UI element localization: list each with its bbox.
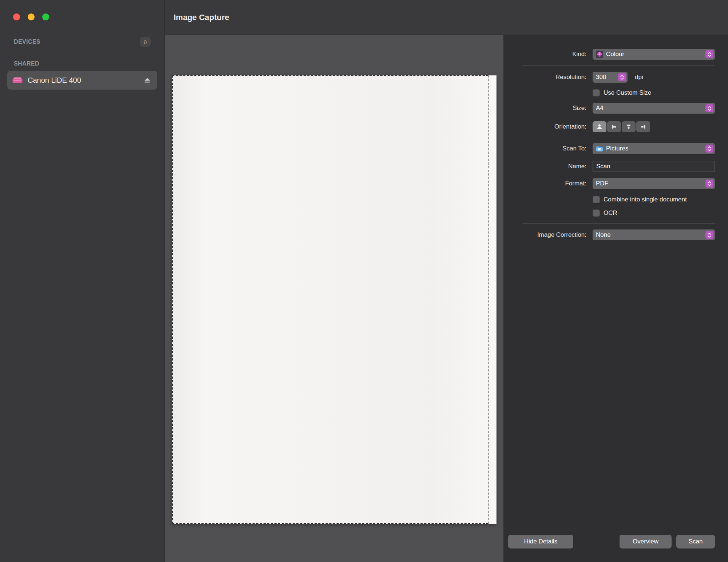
resolution-row: Resolution: 300 dpi xyxy=(503,72,715,83)
scan-to-label: Scan To: xyxy=(503,145,586,152)
combine-label: Combine into single document xyxy=(604,196,687,203)
minimize-button[interactable] xyxy=(28,13,35,20)
popup-stepper-icon xyxy=(705,231,713,239)
ocr-label: OCR xyxy=(604,209,617,217)
popup-stepper-icon xyxy=(705,180,713,188)
orientation-portrait-button[interactable] xyxy=(593,121,606,132)
image-correction-row: Image Correction: None xyxy=(503,229,715,240)
scan-preview-area xyxy=(165,35,503,562)
kind-select[interactable]: Colour xyxy=(593,49,715,60)
kind-row: Kind: Colour xyxy=(503,49,715,60)
eject-icon[interactable] xyxy=(144,77,151,83)
orientation-rotate-left-button[interactable] xyxy=(636,121,650,132)
shared-header-label: SHARED xyxy=(14,60,39,67)
orientation-segmented-control xyxy=(593,121,650,132)
sidebar-item-canon-lide-400[interactable]: Canon LiDE 400 xyxy=(7,71,157,90)
size-row: Size: A4 xyxy=(503,103,715,114)
orientation-label: Orientation: xyxy=(503,123,586,130)
hide-details-button[interactable]: Hide Details xyxy=(508,535,573,549)
device-name: Canon LiDE 400 xyxy=(28,76,81,85)
stepper-icon xyxy=(618,73,626,81)
divider xyxy=(522,248,715,248)
orientation-rotate-right-button[interactable] xyxy=(607,121,621,132)
hide-details-button-label: Hide Details xyxy=(524,538,558,545)
pictures-folder-icon xyxy=(596,146,603,152)
divider xyxy=(522,138,715,138)
image-correction-select[interactable]: None xyxy=(593,229,715,240)
overview-button-label: Overview xyxy=(633,538,658,545)
zoom-button[interactable] xyxy=(42,13,49,20)
colour-flower-icon xyxy=(596,51,603,58)
dpi-unit-label: dpi xyxy=(635,74,643,81)
close-button[interactable] xyxy=(13,13,20,20)
resolution-value: 300 xyxy=(596,74,606,81)
popup-stepper-icon xyxy=(705,104,713,112)
name-row: Name: xyxy=(503,161,715,172)
titlebar: Image Capture xyxy=(165,0,728,35)
image-correction-value: None xyxy=(596,231,611,239)
size-value: A4 xyxy=(596,105,604,112)
orientation-upside-down-button[interactable] xyxy=(622,121,636,132)
ocr-row: OCR xyxy=(593,209,728,217)
scanner-icon xyxy=(12,77,23,83)
popup-stepper-icon xyxy=(705,50,713,58)
use-custom-size-label: Use Custom Size xyxy=(604,89,651,97)
scan-to-select[interactable]: Pictures xyxy=(593,143,715,154)
ocr-checkbox[interactable] xyxy=(593,209,600,217)
window-title: Image Capture xyxy=(174,13,229,22)
shared-section-header: SHARED xyxy=(14,58,151,69)
size-select[interactable]: A4 xyxy=(593,103,715,114)
overview-button[interactable]: Overview xyxy=(620,535,672,549)
format-value: PDF xyxy=(596,180,608,187)
kind-value: Colour xyxy=(606,51,624,58)
devices-count-badge: 0 xyxy=(140,37,151,47)
scan-to-value: Pictures xyxy=(606,145,628,152)
image-capture-window: DEVICES 0 SHARED Canon LiDE 400 xyxy=(0,0,728,562)
combine-row: Combine into single document xyxy=(593,195,728,204)
selection-marching-ants[interactable] xyxy=(172,75,488,524)
name-label: Name: xyxy=(503,163,586,170)
scan-button-label: Scan xyxy=(689,538,703,545)
format-select[interactable]: PDF xyxy=(593,178,715,189)
format-row: Format: PDF xyxy=(503,178,715,189)
settings-panel: Kind: Colour xyxy=(503,35,728,562)
image-correction-label: Image Correction: xyxy=(503,231,586,239)
resolution-stepper[interactable]: 300 xyxy=(593,72,628,83)
format-label: Format: xyxy=(503,180,586,187)
orientation-row: Orientation: xyxy=(503,121,715,132)
scan-button[interactable]: Scan xyxy=(676,535,715,549)
divider xyxy=(522,65,715,66)
devices-header-label: DEVICES xyxy=(14,39,40,45)
traffic-lights xyxy=(13,13,49,20)
combine-checkbox[interactable] xyxy=(593,196,600,203)
size-label: Size: xyxy=(503,105,586,112)
popup-stepper-icon xyxy=(705,145,713,153)
kind-label: Kind: xyxy=(503,51,586,58)
name-input[interactable] xyxy=(593,161,715,172)
devices-section-header: DEVICES 0 xyxy=(14,36,151,47)
divider xyxy=(522,223,715,224)
use-custom-size-checkbox[interactable] xyxy=(593,89,600,97)
resolution-label: Resolution: xyxy=(503,74,586,81)
sidebar: DEVICES 0 SHARED Canon LiDE 400 xyxy=(0,0,165,562)
use-custom-size-row: Use Custom Size xyxy=(593,89,728,97)
scanned-document[interactable] xyxy=(172,75,496,524)
scan-to-row: Scan To: Pictures xyxy=(503,143,715,154)
